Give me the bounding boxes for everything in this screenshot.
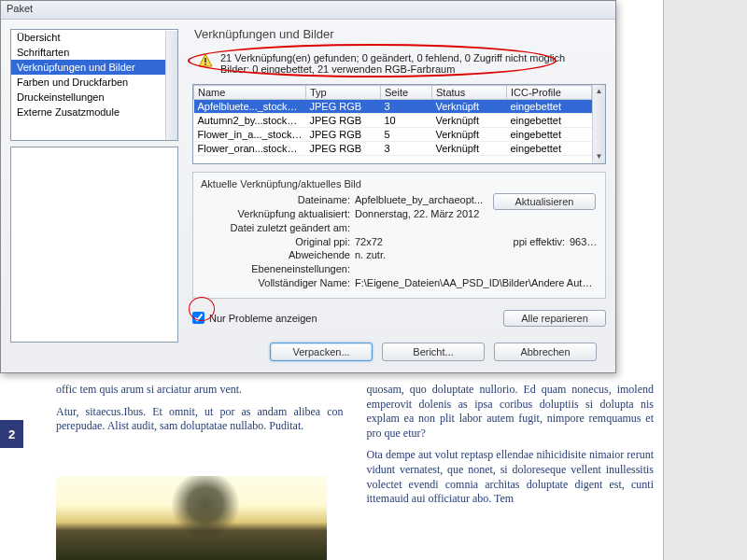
label-updated: Verknüpfung aktualisiert:: [201, 207, 355, 221]
label-layer: Abweichende Ebeneneinstellungen:: [201, 248, 355, 276]
repair-all-button[interactable]: Alle reparieren: [503, 310, 606, 327]
summary-status: 21 Verknüpfung(en) gefunden; 0 geändert,…: [192, 50, 606, 78]
sidebar-blank-area: [10, 147, 178, 343]
table-row[interactable]: Flower_in_a..._stocks.jpgJPEG RGB5Verknü…: [194, 128, 592, 142]
dialog-titlebar[interactable]: Paket: [1, 1, 615, 20]
sidebar-item-fonts[interactable]: Schriftarten: [11, 45, 177, 60]
svg-rect-2: [204, 63, 206, 65]
warning-icon: [198, 53, 213, 68]
list-scrollbar[interactable]: [165, 31, 178, 141]
package-button[interactable]: Verpacken...: [270, 343, 373, 361]
table-row[interactable]: Flower_oran...stocks.jpgJPEG RGB3Verknüp…: [194, 142, 592, 156]
label-eff-ppi: ppi effektiv:: [448, 235, 570, 249]
placed-image: [56, 476, 327, 560]
package-dialog: Paket Übersicht Schriftarten Verknüpfung…: [0, 0, 616, 373]
value-layer: n. zutr.: [355, 248, 598, 276]
page-number-tab: 2: [0, 420, 23, 448]
category-list[interactable]: Übersicht Schriftarten Verknüpfungen und…: [10, 29, 178, 141]
sidebar-item-print[interactable]: Druckeinstellungen: [11, 90, 177, 105]
link-details-panel: Aktuelle Verknüpfung/aktuelles Bild Aktu…: [192, 172, 606, 299]
links-table[interactable]: Name Typ Seite Status ICC-Profile Apfelb…: [192, 84, 606, 164]
label-filename: Dateiname:: [201, 193, 355, 207]
value-orig-ppi: 72x72: [355, 235, 448, 249]
col-status[interactable]: Status: [432, 86, 507, 100]
pasteboard: [663, 0, 747, 560]
table-row[interactable]: Autumn2_by...stocks.jpgJPEG RGB10Verknüp…: [194, 114, 592, 128]
cancel-button[interactable]: Abbrechen: [494, 343, 597, 361]
panel-heading: Verknüpfungen und Bilder: [192, 27, 606, 41]
report-button[interactable]: Bericht...: [382, 343, 485, 361]
sidebar-item-plugins[interactable]: Externe Zusatzmodule: [11, 105, 177, 119]
col-name[interactable]: Name: [194, 86, 306, 100]
text-column-right: quosam, quo doluptate nullorio. Ed quam …: [367, 383, 655, 514]
scroll-up-icon[interactable]: ▲: [593, 85, 605, 98]
update-button[interactable]: Aktualisieren: [493, 193, 596, 210]
sidebar-item-links-images[interactable]: Verknüpfungen und Bilder: [11, 60, 177, 75]
value-eff-ppi: 963x963: [570, 235, 598, 249]
value-modified: [355, 221, 598, 235]
scroll-down-icon[interactable]: ▼: [593, 150, 605, 163]
problems-only-checkbox[interactable]: [192, 312, 204, 324]
summary-line2: Bilder: 0 eingebettet, 21 verwenden RGB-…: [220, 63, 602, 75]
label-modified: Datei zuletzt geändert am:: [201, 221, 355, 235]
value-fullpath: F:\Eigene_Dateien\AA_PSD_ID\Bilder\Ander…: [355, 276, 598, 290]
label-fullpath: Vollständiger Name:: [201, 276, 355, 290]
label-orig-ppi: Original ppi:: [201, 235, 355, 249]
col-icc[interactable]: ICC-Profile: [507, 86, 592, 100]
sidebar-item-overview[interactable]: Übersicht: [11, 30, 177, 45]
sidebar-item-colors[interactable]: Farben und Druckfarben: [11, 75, 177, 90]
summary-line1: 21 Verknüpfung(en) gefunden; 0 geändert,…: [220, 52, 602, 63]
table-row[interactable]: Apfelbluete..._stocks.jpgJPEG RGB3Verknü…: [194, 100, 592, 114]
details-title: Aktuelle Verknüpfung/aktuelles Bild: [201, 178, 598, 189]
col-page[interactable]: Seite: [381, 86, 432, 100]
problems-only-checkbox-label[interactable]: Nur Probleme anzeigen: [192, 312, 317, 324]
svg-rect-1: [204, 58, 206, 63]
table-scrollbar[interactable]: ▲ ▼: [592, 85, 605, 163]
col-type[interactable]: Typ: [306, 86, 381, 100]
problems-only-text: Nur Probleme anzeigen: [209, 313, 317, 324]
